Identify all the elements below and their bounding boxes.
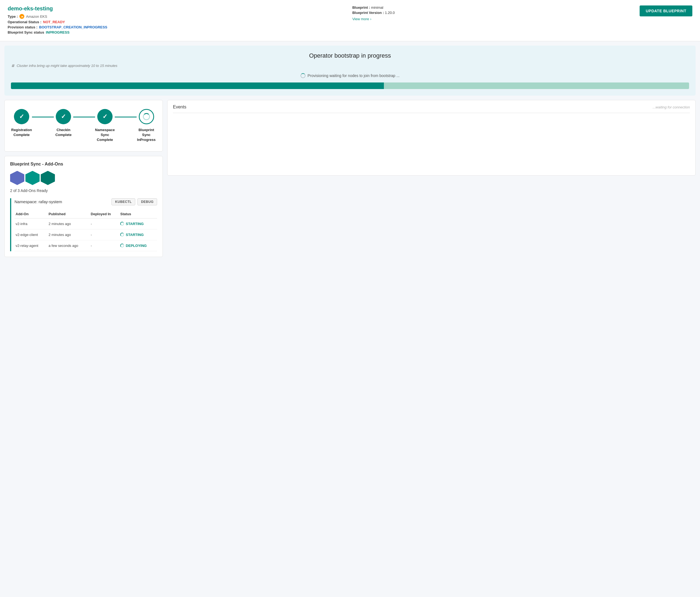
hex-teal2 [41,171,55,185]
provision-value: BOOTSTRAP_CREATION_INPROGRESS [39,25,107,29]
debug-button[interactable]: DEBUG [138,198,157,205]
addon-name: v2-infra [15,218,48,229]
blueprint-name-row: Blueprint : minimal [352,5,395,9]
col-published: Published [48,210,90,218]
namespace-header: Namespace: rafay-system KUBECTL DEBUG [15,198,157,205]
update-blueprint-button[interactable]: UPDATE BLUEPRINT [640,5,692,17]
step-namespace-sync: ✓ Namespace Sync Complete [95,109,115,142]
status-text-1: STARTING [126,233,144,237]
progress-bar-fill [11,82,384,89]
eks-icon: ☁ [19,14,24,19]
hex-teal1 [25,171,40,185]
bootstrap-panel: Operator bootstrap in progress 🖥 Cluster… [4,46,696,96]
step-checkin: ✓ CheckIn Complete [54,109,73,137]
addon-deployed-in: - [90,218,119,229]
status-spinner-0 [120,222,124,226]
blueprint-value: minimal [371,5,383,9]
addons-count: 2 of 3 Add-Ons Ready [10,188,157,193]
provisioning-spinner [301,73,305,78]
addons-table: Add-On Published Deployed In Status v2-i… [15,210,157,251]
step-label-namespace: Namespace Sync Complete [95,128,115,142]
hex-blue [10,171,24,185]
check-icon-1: ✓ [19,113,24,120]
btn-group: KUBECTL DEBUG [111,198,157,205]
provision-status-row: Provision status : BOOTSTRAP_CREATION_IN… [8,25,107,29]
col-status: Status [119,210,157,218]
addon-name: v2-edge-client [15,229,48,240]
blueprint-sync-value: INPROGRESS [46,30,70,34]
events-content [173,116,690,171]
addon-name: v2-relay-agent [15,240,48,251]
right-panel: Events ...waiting for connection [167,100,696,257]
left-panel: ✓ Registration Complete ✓ CheckIn Comple… [4,100,163,257]
blueprint-version-label: Blueprint Version : [352,11,384,15]
view-more-link[interactable]: View more › [352,17,395,21]
table-row: v2-infra 2 minutes ago - STARTING [15,218,157,229]
addon-published: 2 minutes ago [48,218,90,229]
step-registration: ✓ Registration Complete [11,109,32,137]
addons-card: Blueprint Sync - Add-Ons 2 of 3 Add-Ons … [4,156,163,257]
hexagons-row [10,171,157,185]
events-card: Events ...waiting for connection [167,100,696,176]
status-text-0: STARTING [126,222,144,226]
blueprint-version-row: Blueprint Version : 1.20.0 [352,11,395,15]
steps-card: ✓ Registration Complete ✓ CheckIn Comple… [4,100,163,152]
addons-title: Blueprint Sync - Add-Ons [10,162,157,166]
provision-label: Provision status : [8,25,38,29]
addon-published: 2 minutes ago [48,229,90,240]
status-text-2: DEPLOYING [126,243,147,248]
cluster-name: demo-eks-testing [8,5,107,12]
col-deployed-in: Deployed In [90,210,119,218]
step-circle-blueprint [139,109,154,124]
blueprint-info: Blueprint : minimal Blueprint Version : … [352,5,395,21]
step-spinner [143,113,150,120]
table-header-row: Add-On Published Deployed In Status [15,210,157,218]
chevron-right-icon: › [370,17,371,21]
addon-status: STARTING [119,218,157,229]
namespace-section: Namespace: rafay-system KUBECTL DEBUG Ad… [10,198,157,251]
col-addon: Add-On [15,210,48,218]
top-panel: demo-eks-testing Type : ☁ Amazon EKS Ope… [0,0,700,41]
provisioning-status: Provisioning waiting for nodes to join f… [11,73,689,78]
blueprint-sync-row: Blueprint Sync status INPROGRESS [8,30,107,34]
step-label-checkin: CheckIn Complete [54,128,73,137]
type-row: Type : ☁ Amazon EKS [8,14,107,19]
addon-published: a few seconds ago [48,240,90,251]
status-spinner-2 [120,243,124,248]
events-header: Events ...waiting for connection [173,105,690,113]
progress-bar-container [11,82,689,89]
blueprint-label: Blueprint : [352,5,370,9]
kubectl-button[interactable]: KUBECTL [111,198,135,205]
main-content: ✓ Registration Complete ✓ CheckIn Comple… [4,100,696,257]
table-row: v2-relay-agent a few seconds ago - DEPLO… [15,240,157,251]
status-spinner-1 [120,233,124,236]
step-blueprint-sync: Blueprint Sync InProgress [136,109,156,142]
terminal-icon: 🖥 [11,63,15,68]
check-icon-2: ✓ [61,113,66,120]
events-title: Events [173,105,186,109]
type-value: Amazon EKS [26,15,47,19]
step-circle-registration: ✓ [14,109,29,124]
step-circle-checkin: ✓ [56,109,71,124]
check-icon-3: ✓ [102,113,107,120]
type-label: Type : [8,15,18,19]
blueprint-version-value: 1.20.0 [385,11,395,15]
step-label-blueprint: Blueprint Sync InProgress [136,128,156,142]
step-connector-1 [32,116,54,118]
addon-deployed-in: - [90,229,119,240]
step-label-registration: Registration Complete [11,128,32,137]
operational-status-row: Operational Status : NOT_READY [8,20,107,24]
step-connector-3 [115,116,136,118]
namespace-label: Namespace: rafay-system [15,199,62,204]
addon-status: STARTING [119,229,157,240]
op-status-value: NOT_READY [43,20,65,24]
cluster-info: demo-eks-testing Type : ☁ Amazon EKS Ope… [8,5,107,35]
step-connector-2 [73,116,95,118]
table-row: v2-edge-client 2 minutes ago - STARTING [15,229,157,240]
addon-deployed-in: - [90,240,119,251]
op-status-label: Operational Status : [8,20,42,24]
step-circle-namespace: ✓ [97,109,112,124]
blueprint-sync-label: Blueprint Sync status [8,30,44,34]
bootstrap-note: 🖥 Cluster infra bring up might take appr… [11,63,689,68]
steps-row: ✓ Registration Complete ✓ CheckIn Comple… [11,109,156,142]
